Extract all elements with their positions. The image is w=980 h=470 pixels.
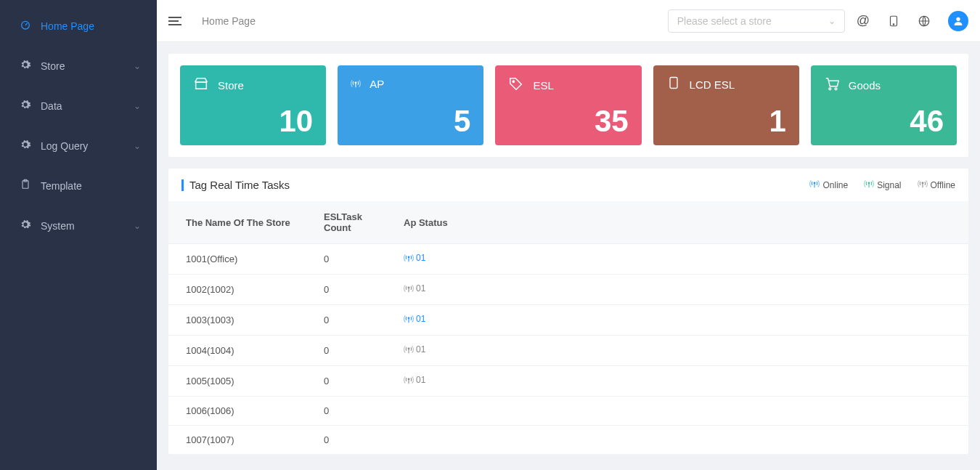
ap-status-tag: 01 [404,344,425,354]
cell-status: 01 [393,366,968,397]
ap-num: 01 [416,314,425,324]
stat-card-store[interactable]: Store 10 [180,65,326,145]
antenna-icon [864,179,874,191]
stat-value: 10 [193,106,313,137]
svg-point-4 [893,23,894,25]
svg-point-7 [355,82,356,84]
task-legend: Online Signal Offline [809,179,955,191]
sidebar: Home Page Store ⌄ Data ⌄ Log Query ⌄ Tem… [0,0,157,470]
sidebar-item-template[interactable]: Template [0,166,157,206]
cell-count: 0 [314,275,393,305]
svg-point-12 [814,182,816,184]
cell-status: 01 [393,275,968,305]
antenna-icon [918,179,928,191]
table-row[interactable]: 1006(1006) 0 [168,397,968,426]
table-row[interactable]: 1007(1007) 0 [168,426,968,455]
stat-value: 5 [351,106,470,137]
stat-label: LCD ESL [690,78,735,91]
svg-point-11 [835,88,837,90]
column-count: ESLTask Count [314,201,393,244]
legend-online-label: Online [822,180,848,190]
sidebar-item-label: System [41,220,75,232]
cell-store: 1004(1004) [168,336,314,366]
chevron-down-icon: ⌄ [134,101,141,111]
table-row[interactable]: 1002(1002) 0 01 [168,275,968,305]
cell-store: 1007(1007) [168,426,314,455]
table-row[interactable]: 1001(Office) 0 01 [168,244,968,275]
table-row[interactable]: 1004(1004) 0 01 [168,336,968,366]
stat-card-ap[interactable]: AP 5 [338,65,483,145]
cell-status: 01 [393,305,968,336]
table-row[interactable]: 1005(1005) 0 01 [168,366,968,397]
stat-card-lcd-esl[interactable]: LCD ESL 1 [653,65,799,145]
store-select[interactable]: Please select a store ⌄ [668,9,845,33]
ap-status-tag: 01 [404,283,425,293]
cell-count: 0 [314,397,393,426]
stat-label: ESL [533,79,553,92]
task-header: Tag Real Time Tasks Online Signal Offlin… [168,169,968,201]
sidebar-item-label: Template [41,180,82,192]
antenna-icon [351,76,361,92]
cell-store: 1001(Office) [168,244,314,275]
ap-status-tag: 01 [404,375,425,385]
task-panel: Tag Real Time Tasks Online Signal Offlin… [168,169,968,454]
cell-count: 0 [314,336,393,366]
chevron-down-icon: ⌄ [134,141,141,151]
store-select-placeholder: Please select a store [677,15,772,27]
sidebar-item-label: Home Page [41,20,94,32]
chevron-down-icon: ⌄ [828,16,836,26]
cell-store: 1003(1003) [168,305,314,336]
cart-icon [824,76,840,95]
gear-icon [19,139,32,153]
legend-online: Online [809,179,848,191]
globe-icon[interactable] [918,15,931,28]
breadcrumb: Home Page [202,15,256,27]
stat-label: AP [369,78,384,90]
sidebar-item-data[interactable]: Data ⌄ [0,86,157,126]
cell-status [393,397,968,426]
column-store: The Name Of The Store [168,201,314,244]
cell-count: 0 [314,426,393,455]
svg-point-13 [868,182,870,184]
sidebar-item-system[interactable]: System ⌄ [0,206,157,246]
ap-num: 01 [416,283,425,293]
svg-point-0 [22,21,30,29]
svg-point-19 [408,378,409,380]
chevron-down-icon: ⌄ [134,61,141,71]
task-title: Tag Real Time Tasks [181,179,290,191]
sidebar-item-store[interactable]: Store ⌄ [0,46,157,86]
task-table: The Name Of The Store ESLTask Count Ap S… [168,201,968,454]
dashboard-icon [19,19,32,33]
svg-point-17 [408,317,409,319]
stat-card-esl[interactable]: ESL 35 [495,65,641,145]
legend-offline: Offline [918,179,955,191]
stat-value: 1 [666,106,786,137]
cell-status: 01 [393,244,968,275]
gear-icon [19,99,32,113]
gear-icon [19,59,32,73]
sidebar-item-label: Data [41,100,62,112]
ap-status-tag: 01 [404,253,425,263]
stat-value: 46 [824,106,944,137]
sidebar-item-home-page[interactable]: Home Page [0,6,157,46]
svg-point-8 [513,81,515,82]
legend-signal: Signal [864,179,901,191]
topbar: Home Page Please select a store ⌄ @ [157,0,980,42]
stat-card-goods[interactable]: Goods 46 [811,65,957,145]
sidebar-item-label: Store [41,60,65,72]
svg-point-10 [829,88,831,90]
avatar[interactable] [948,11,968,31]
ap-num: 01 [416,375,425,385]
topbar-icons: @ [857,11,968,31]
sidebar-item-label: Log Query [41,140,88,152]
menu-toggle-button[interactable] [168,17,186,25]
sidebar-item-log-query[interactable]: Log Query ⌄ [0,126,157,166]
content: Store 10 AP 5 ESL 35 LCD ESL 1 Goods 46 … [157,42,980,470]
at-icon[interactable]: @ [857,13,870,28]
table-row[interactable]: 1003(1003) 0 01 [168,305,968,336]
svg-point-6 [956,17,960,20]
svg-point-14 [922,182,923,184]
svg-point-15 [408,256,409,258]
ap-status-tag: 01 [404,314,425,324]
mobile-icon[interactable] [887,15,900,28]
